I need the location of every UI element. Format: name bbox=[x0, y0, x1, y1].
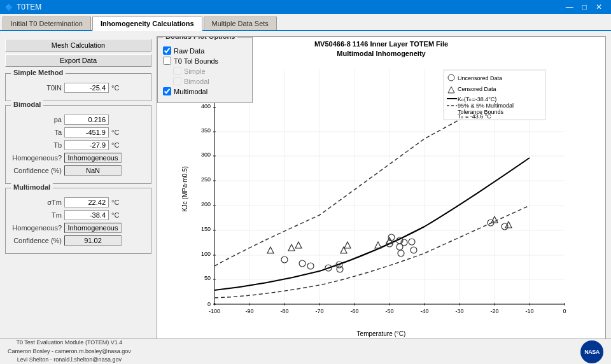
multimodal-group: Multimodal σTm °C Tm °C Homogeneous? Inh… bbox=[5, 188, 151, 254]
tab-multiple-data[interactable]: Multiple Data Sets bbox=[204, 17, 277, 30]
right-panel: MV50466-8 1146 Inner Layer TOTEM File Mu… bbox=[157, 36, 606, 357]
svg-marker-74 bbox=[267, 247, 274, 253]
ta-label: Ta bbox=[11, 129, 62, 136]
svg-text:-10: -10 bbox=[525, 308, 533, 314]
svg-point-63 bbox=[337, 266, 343, 272]
ta-row: Ta °C bbox=[11, 127, 146, 137]
ta-input[interactable] bbox=[64, 127, 109, 137]
svg-marker-75 bbox=[288, 244, 295, 251]
svg-text:-20: -20 bbox=[490, 308, 498, 314]
app-title: T0TEM bbox=[17, 3, 41, 11]
bimodal-title: Bimodal bbox=[11, 101, 43, 108]
maximize-button[interactable]: □ bbox=[579, 1, 591, 13]
svg-text:T₀ = -43.6 °C: T₀ = -43.6 °C bbox=[458, 113, 491, 120]
bimodal-confidence-value: NaN bbox=[64, 165, 122, 176]
simple-checkbox[interactable] bbox=[173, 67, 181, 75]
svg-text:0: 0 bbox=[563, 308, 566, 314]
svg-text:0: 0 bbox=[207, 301, 211, 307]
multimodal-checkbox[interactable] bbox=[163, 87, 171, 95]
svg-text:250: 250 bbox=[201, 176, 211, 183]
svg-marker-76 bbox=[295, 242, 302, 248]
x-axis-label: Temperature (°C) bbox=[357, 330, 406, 337]
t0in-input[interactable] bbox=[64, 83, 109, 93]
multimodal-label: Multimodal bbox=[174, 88, 207, 95]
svg-text:200: 200 bbox=[201, 201, 211, 207]
multimodal-homogeneous-label: Homogeneous? bbox=[11, 224, 62, 232]
sigma-label: σTm bbox=[11, 199, 62, 206]
multimodal-title: Multimodal bbox=[11, 183, 53, 191]
tm-label: Tm bbox=[11, 211, 62, 219]
svg-point-70 bbox=[409, 239, 415, 245]
t0-tol-checkbox[interactable] bbox=[163, 57, 171, 65]
left-panel: Mesh Calculation Export Data Simple Meth… bbox=[5, 36, 151, 357]
minimize-button[interactable]: — bbox=[562, 1, 577, 13]
simple-method-title: Simple Method bbox=[11, 69, 66, 76]
t0in-unit: °C bbox=[111, 84, 124, 92]
pa-input[interactable] bbox=[64, 115, 109, 125]
t0in-row: T0IN °C bbox=[11, 83, 146, 93]
bounds-plot-group: Bounds Plot Options Raw Data T0 Tol Boun… bbox=[157, 37, 253, 103]
multimodal-homogeneous-value: Inhomogeneous bbox=[64, 223, 122, 233]
tm-unit: °C bbox=[111, 211, 124, 219]
tb-input[interactable] bbox=[64, 140, 109, 150]
svg-point-60 bbox=[307, 263, 314, 269]
svg-text:-80: -80 bbox=[280, 308, 288, 314]
app-icon: 🔷 bbox=[5, 4, 13, 11]
footer-text: T0 Test Evaluation Module (TOTEM) V1.4 C… bbox=[8, 339, 131, 364]
svg-text:-40: -40 bbox=[420, 308, 428, 314]
tb-label: Tb bbox=[11, 141, 62, 149]
mesh-calculation-button[interactable]: Mesh Calculation bbox=[5, 39, 151, 52]
t0-tol-label: T0 Tol Bounds bbox=[174, 57, 218, 65]
simple-row: Simple bbox=[163, 67, 247, 75]
chart-container: MV50466-8 1146 Inner Layer TOTEM File Mu… bbox=[157, 36, 606, 342]
t0-tol-row: T0 Tol Bounds bbox=[163, 57, 247, 65]
svg-text:100: 100 bbox=[201, 251, 211, 257]
main-content: Mesh Calculation Export Data Simple Meth… bbox=[0, 31, 611, 362]
sigma-unit: °C bbox=[111, 199, 124, 206]
bimodal-confidence-row: Confidence (%) NaN bbox=[11, 165, 146, 176]
svg-text:K₀(T₀=-38.4°C): K₀(T₀=-38.4°C) bbox=[458, 96, 496, 102]
svg-text:-30: -30 bbox=[455, 308, 463, 314]
top-buttons: Mesh Calculation Export Data bbox=[5, 36, 151, 69]
title-bar-controls: — □ ✕ bbox=[562, 1, 606, 13]
bounds-plot-container: Bounds Plot Options Raw Data T0 Tol Boun… bbox=[157, 37, 253, 103]
tb-row: Tb °C bbox=[11, 140, 146, 150]
svg-text:-100: -100 bbox=[209, 308, 220, 314]
export-data-button[interactable]: Export Data bbox=[5, 54, 151, 67]
svg-text:300: 300 bbox=[201, 151, 211, 158]
bounds-plot-title: Bounds Plot Options bbox=[163, 36, 237, 40]
multimodal-row: Multimodal bbox=[163, 87, 247, 95]
pa-label: pa bbox=[11, 116, 62, 123]
raw-data-row: Raw Data bbox=[163, 46, 247, 55]
multimodal-confidence-label: Confidence (%) bbox=[11, 237, 62, 244]
simple-method-group: Simple Method T0IN °C bbox=[5, 73, 151, 101]
simple-label: Simple bbox=[184, 67, 206, 75]
title-bar: 🔷 T0TEM — □ ✕ bbox=[0, 0, 611, 14]
bimodal-checkbox[interactable] bbox=[173, 77, 181, 85]
tab-initial-t0[interactable]: Initial T0 Determination bbox=[3, 17, 91, 30]
close-button[interactable]: ✕ bbox=[592, 1, 606, 13]
tm-row: Tm °C bbox=[11, 210, 146, 220]
pa-row: pa bbox=[11, 115, 146, 125]
t0in-label: T0IN bbox=[11, 84, 62, 92]
multimodal-homogeneous-row: Homogeneous? Inhomogeneous bbox=[11, 223, 146, 233]
sigma-input[interactable] bbox=[64, 197, 109, 207]
raw-data-label: Raw Data bbox=[174, 47, 204, 55]
bimodal-confidence-label: Confidence (%) bbox=[11, 167, 62, 174]
svg-marker-78 bbox=[344, 242, 351, 248]
svg-text:Uncensored Data: Uncensored Data bbox=[458, 75, 502, 81]
svg-text:400: 400 bbox=[201, 103, 211, 109]
tb-unit: °C bbox=[111, 141, 124, 149]
multimodal-confidence-row: Confidence (%) 91.02 bbox=[11, 235, 146, 246]
multimodal-confidence-value: 91.02 bbox=[64, 235, 122, 246]
svg-text:-70: -70 bbox=[315, 308, 323, 314]
svg-text:95% & 5% Multimodal: 95% & 5% Multimodal bbox=[458, 102, 514, 109]
bimodal-label: Bimodal bbox=[184, 78, 209, 85]
svg-text:Censored Data: Censored Data bbox=[458, 86, 496, 92]
raw-data-checkbox[interactable] bbox=[163, 46, 171, 55]
tab-inhomogeneity[interactable]: Inhomogeneity Calculations bbox=[92, 17, 202, 31]
svg-marker-82 bbox=[505, 221, 512, 228]
svg-point-69 bbox=[398, 250, 404, 256]
tm-input[interactable] bbox=[64, 210, 109, 220]
svg-text:150: 150 bbox=[201, 226, 211, 232]
